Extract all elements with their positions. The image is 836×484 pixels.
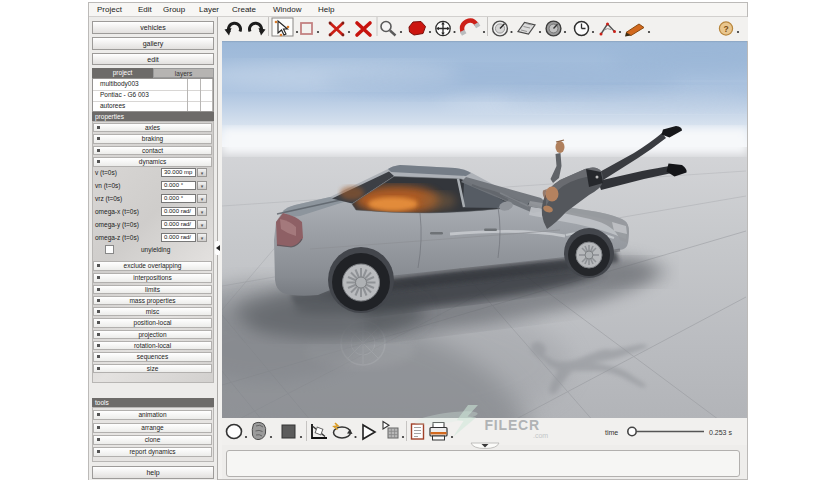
- svg-text:time: time: [605, 429, 618, 436]
- svg-text:0.253 s: 0.253 s: [709, 429, 732, 436]
- svg-text:?: ?: [723, 24, 728, 34]
